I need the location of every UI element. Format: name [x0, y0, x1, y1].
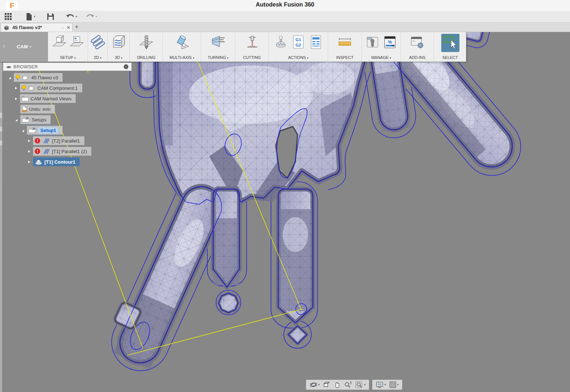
- tree-row-root[interactable]: 45 Панно v3: [7, 73, 63, 82]
- tree-label[interactable]: [T1] Parallel1 (2): [52, 149, 87, 154]
- tree-label-selected[interactable]: [T1] Contour1: [44, 159, 75, 165]
- display-settings-button[interactable]: ▾: [376, 381, 386, 388]
- measure-ruler-icon[interactable]: [337, 34, 353, 51]
- ribbon-panel-2d[interactable]: 2D▾: [88, 32, 108, 61]
- ribbon-panel-inspect[interactable]: INSPECT: [328, 32, 362, 61]
- panel-resize-handle[interactable]: ‖: [133, 64, 135, 68]
- ribbon-panel-3d[interactable]: 3D▾: [108, 32, 130, 61]
- panel-label-drilling[interactable]: DRILLING: [137, 55, 156, 60]
- panel-label-manage[interactable]: MANAGE: [371, 55, 389, 60]
- collapsed-arrow-icon[interactable]: [27, 160, 31, 164]
- task-manager-icon[interactable]: %: [382, 34, 398, 51]
- tree-label[interactable]: 45 Панно v3: [31, 75, 58, 80]
- multi-axis-icon[interactable]: [174, 34, 190, 51]
- tree-label[interactable]: Units: mm: [29, 107, 51, 112]
- ribbon-panel-multiaxis[interactable]: MULTI-AXIS▾: [163, 32, 201, 61]
- tree-label[interactable]: CAM Named Views: [31, 96, 71, 101]
- expanded-arrow-icon[interactable]: [7, 75, 12, 80]
- hide-all-icon[interactable]: −: [124, 64, 128, 69]
- left-edge-scrollbar[interactable]: [0, 63, 2, 392]
- select-tool-active[interactable]: [441, 34, 459, 52]
- chevron-down-icon[interactable]: ▾: [100, 56, 101, 60]
- drilling-icon[interactable]: [138, 34, 154, 51]
- setup-from-file-icon[interactable]: [69, 34, 84, 50]
- workspace-selector[interactable]: ‖ CAM ▾: [0, 32, 48, 61]
- tree-row-setup1[interactable]: Setup1: [20, 126, 63, 135]
- ribbon-panel-addins[interactable]: >- ADD-INS: [401, 32, 434, 61]
- panel-label-2d[interactable]: 2D: [94, 55, 99, 60]
- turning-icon[interactable]: [210, 34, 226, 51]
- ribbon-panel-cutting[interactable]: CUTTING: [235, 32, 269, 61]
- orbit-button[interactable]: ▾: [310, 381, 320, 388]
- ribbon-panel-setup[interactable]: SETUP▾: [48, 32, 88, 61]
- collapsed-arrow-icon[interactable]: [14, 96, 18, 101]
- visibility-bulb-icon[interactable]: [21, 85, 26, 91]
- toolbar-grip-handle[interactable]: ‖: [3, 44, 5, 49]
- file-menu-button[interactable]: ▾: [25, 13, 35, 21]
- document-tab[interactable]: 45 Панно v3* ○ ✕: [1, 23, 73, 32]
- panel-label-addins[interactable]: ADD-INS: [409, 55, 425, 60]
- tree-label[interactable]: [T2] Parallel1: [52, 138, 80, 144]
- tool-library-icon[interactable]: [365, 34, 380, 51]
- grid-settings-button[interactable]: ▾: [389, 381, 399, 388]
- panel-label-turning[interactable]: TURNING: [208, 55, 226, 60]
- 2d-milling-icon[interactable]: [90, 34, 106, 51]
- pan-button[interactable]: [334, 381, 341, 388]
- ribbon-panel-drilling[interactable]: DRILLING: [130, 32, 163, 61]
- post-process-icon[interactable]: [273, 34, 288, 51]
- chevron-down-icon[interactable]: ▾: [76, 15, 77, 18]
- 3d-milling-icon[interactable]: [111, 34, 127, 51]
- chevron-down-icon[interactable]: ▾: [318, 383, 320, 386]
- tree-label[interactable]: Setups: [32, 117, 46, 123]
- collapsed-arrow-icon[interactable]: [14, 86, 18, 91]
- collapsed-arrow-icon[interactable]: [27, 139, 31, 143]
- tree-row-named-views[interactable]: CAM Named Views: [14, 94, 76, 103]
- chevron-down-icon[interactable]: ▾: [307, 56, 308, 60]
- expanded-arrow-icon[interactable]: [14, 117, 19, 122]
- cutting-icon[interactable]: [244, 34, 260, 51]
- new-tab-button[interactable]: +: [75, 23, 79, 31]
- chevron-down-icon[interactable]: ▾: [34, 15, 35, 18]
- tree-label[interactable]: CAM Component:1: [37, 85, 78, 91]
- chevron-down-icon[interactable]: ▾: [364, 383, 366, 386]
- chevron-down-icon[interactable]: ▾: [384, 383, 386, 386]
- chevron-down-icon[interactable]: ▾: [74, 56, 76, 60]
- ribbon-panel-turning[interactable]: TURNING▾: [201, 32, 235, 61]
- collapsed-arrow-icon[interactable]: [27, 149, 31, 154]
- ribbon-panel-select[interactable]: SELECT: [434, 32, 466, 61]
- panel-label-setup[interactable]: SETUP: [60, 55, 73, 60]
- panel-label-multiaxis[interactable]: MULTI-AXIS: [170, 55, 192, 60]
- ribbon-panel-actions[interactable]: G1 G2 ACTIONS▾: [269, 32, 328, 61]
- look-at-button[interactable]: [323, 381, 330, 388]
- zoom-button[interactable]: [344, 381, 352, 388]
- tree-row-toolpath-parallel2[interactable]: ! [T1] Parallel1 (2): [27, 147, 91, 156]
- tree-row-units[interactable]: Units: mm: [20, 105, 55, 113]
- ribbon-panel-manage[interactable]: % MANAGE▾: [362, 32, 401, 61]
- collapse-panel-icon[interactable]: ◀◀: [6, 65, 10, 69]
- redo-button[interactable]: ▾: [86, 13, 97, 20]
- add-ins-console-icon[interactable]: >-: [409, 34, 425, 51]
- setup-sheet-icon[interactable]: [308, 34, 323, 51]
- panel-label-actions[interactable]: ACTIONS: [288, 55, 306, 60]
- tree-label-active-setup[interactable]: Setup1: [38, 127, 58, 133]
- panel-label-3d[interactable]: 3D: [115, 55, 120, 60]
- undo-button[interactable]: ▾: [66, 13, 77, 20]
- chevron-down-icon[interactable]: ▾: [227, 56, 228, 60]
- chevron-down-icon[interactable]: ▾: [193, 56, 194, 60]
- chevron-down-icon[interactable]: ▾: [390, 56, 391, 60]
- app-grid-button[interactable]: [4, 13, 12, 21]
- save-button[interactable]: [47, 13, 54, 20]
- expanded-arrow-icon[interactable]: [20, 128, 25, 133]
- browser-header[interactable]: ◀◀ BROWSER −: [3, 63, 132, 71]
- tree-row-toolpath-contour1[interactable]: [T1] Contour1: [27, 157, 80, 166]
- new-setup-icon[interactable]: [52, 34, 67, 50]
- tree-row-toolpath-parallel1[interactable]: ! [T2] Parallel1: [27, 136, 84, 145]
- chevron-down-icon[interactable]: ▾: [121, 56, 123, 60]
- tree-row-component[interactable]: CAM Component:1: [14, 84, 82, 92]
- chevron-down-icon[interactable]: ▾: [96, 15, 97, 18]
- panel-label-cutting[interactable]: CUTTING: [243, 55, 261, 60]
- visibility-bulb-icon[interactable]: [15, 75, 20, 80]
- g-code-icon[interactable]: G1 G2: [291, 34, 306, 51]
- panel-label-inspect[interactable]: INSPECT: [336, 55, 354, 60]
- tree-row-setups[interactable]: Setups: [14, 115, 51, 124]
